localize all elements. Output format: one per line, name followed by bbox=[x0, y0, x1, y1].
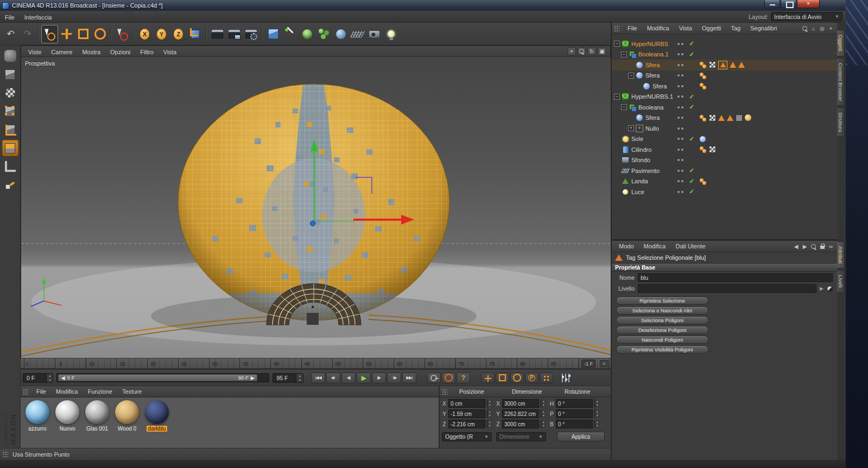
mat-orange-tag-icon[interactable] bbox=[700, 82, 707, 89]
section-header[interactable]: Proprietà Base bbox=[612, 263, 837, 272]
timeline-ruler[interactable]: -151015202530354045505560657075808590 -1… bbox=[21, 358, 611, 369]
viewport-menu-opzioni[interactable]: Opzioni bbox=[105, 49, 135, 55]
target-icon[interactable]: ◎ bbox=[818, 24, 826, 33]
visibility-dots-icon[interactable] bbox=[675, 149, 686, 151]
mat-orange-tag-icon[interactable] bbox=[700, 72, 707, 79]
preview-range-bar[interactable]: ◀ 0 F 90 F ▶ bbox=[58, 374, 257, 381]
material-wood-0[interactable]: Wood 0 bbox=[113, 400, 141, 445]
object-row-hypernurbs-1[interactable]: −HyperNURBS.1✓ bbox=[612, 92, 837, 102]
texture-mode-button[interactable] bbox=[2, 85, 18, 101]
layer-input[interactable] bbox=[638, 284, 816, 293]
expander-icon[interactable]: − bbox=[621, 104, 627, 110]
enabled-check-icon[interactable]: ✓ bbox=[686, 188, 698, 195]
enabled-check-icon[interactable]: ✓ bbox=[686, 93, 698, 100]
layout-select[interactable]: Interfaccia di Avvio ▼ bbox=[771, 12, 842, 21]
rotation-p-input[interactable] bbox=[556, 409, 593, 418]
add-environment-button[interactable] bbox=[349, 25, 366, 43]
autokey-help-button[interactable]: ? bbox=[457, 373, 470, 383]
om-menu-vista[interactable]: Vista bbox=[674, 25, 697, 31]
visibility-dots-icon[interactable] bbox=[675, 138, 686, 140]
nav-back-icon[interactable]: ◀ bbox=[792, 242, 800, 251]
coord-dim-select[interactable]: Dimensione ▼ bbox=[496, 432, 546, 441]
play-button[interactable]: ▶ bbox=[357, 373, 371, 383]
object-row-sfera[interactable]: Sfera bbox=[612, 60, 837, 70]
viewport-canvas[interactable] bbox=[21, 57, 611, 358]
enabled-check-icon[interactable]: ✓ bbox=[686, 40, 698, 47]
visibility-dots-icon[interactable] bbox=[675, 53, 686, 55]
value-spinner[interactable]: ▲▼ bbox=[594, 400, 600, 407]
record-parameter-toggle[interactable]: P bbox=[525, 373, 538, 383]
enabled-check-icon[interactable]: ✓ bbox=[686, 167, 698, 174]
dot-blue-tag-icon[interactable] bbox=[700, 136, 706, 142]
dimension-y-input[interactable] bbox=[502, 409, 539, 418]
value-spinner[interactable]: ▲▼ bbox=[541, 400, 546, 407]
mixer-icon[interactable] bbox=[562, 374, 572, 382]
enabled-check-icon[interactable]: ✓ bbox=[686, 178, 698, 185]
timeline-options-icon[interactable]: + bbox=[600, 360, 609, 367]
object-row-sfondo[interactable]: Sfondo bbox=[612, 155, 837, 166]
position-y-input[interactable] bbox=[448, 409, 485, 418]
drag-handle-icon[interactable] bbox=[23, 389, 28, 395]
visibility-dots-icon[interactable] bbox=[675, 191, 686, 193]
current-frame-field[interactable]: 0 F ▲▼ bbox=[23, 373, 53, 383]
deseleziona-poligoni-button[interactable]: Deseleziona Poligoni bbox=[616, 326, 708, 334]
lock-y-button[interactable]: Y bbox=[153, 25, 170, 43]
tab-struttura[interactable]: Struttura bbox=[837, 107, 845, 137]
am-menu-dati-utente[interactable]: Dati Utente bbox=[671, 243, 711, 249]
material-azzurro[interactable]: azzurro bbox=[24, 400, 51, 445]
axis-modification-button[interactable] bbox=[2, 177, 18, 193]
rotation-h-input[interactable] bbox=[556, 399, 593, 408]
seleziona-e-nascondi-altri-button[interactable]: Seleziona e Nascondi Altri bbox=[616, 306, 708, 315]
tri-tag-icon[interactable] bbox=[730, 62, 736, 68]
sphere-tex-tag-icon[interactable] bbox=[745, 114, 751, 121]
seleziona-poligoni-button[interactable]: Seleziona Poligoni bbox=[616, 316, 708, 324]
add-hypernurbs-button[interactable] bbox=[299, 25, 315, 43]
nascondi-poligoni-button[interactable]: Nascondi Poligoni bbox=[616, 336, 708, 344]
mat-orange-tag-icon[interactable] bbox=[700, 61, 707, 68]
object-row-sole[interactable]: Sole✓ bbox=[612, 134, 837, 145]
prev-key-button[interactable]: ◀○ bbox=[326, 373, 340, 383]
search-icon[interactable] bbox=[801, 24, 809, 33]
object-row-pavimento[interactable]: Pavimento✓ bbox=[612, 165, 837, 176]
material-darkblu[interactable]: darkblu bbox=[143, 400, 170, 445]
checker-tag-icon[interactable] bbox=[709, 114, 716, 121]
last-tool-button[interactable] bbox=[114, 25, 131, 43]
viewport-menu-filtro[interactable]: Filtro bbox=[135, 49, 158, 55]
viewport-menu-vista[interactable]: Vista bbox=[159, 49, 181, 55]
pointer-icon[interactable]: ▶ bbox=[801, 242, 809, 251]
material-menu-modifica[interactable]: Modifica bbox=[51, 388, 83, 395]
name-input[interactable] bbox=[638, 273, 833, 282]
add-light-button[interactable] bbox=[383, 25, 400, 43]
viewport-menu-viste[interactable]: Viste bbox=[23, 49, 46, 55]
value-spinner[interactable]: ▲▼ bbox=[594, 410, 600, 418]
object-row-nullo[interactable]: +Nullo bbox=[612, 123, 837, 134]
enabled-check-icon[interactable]: ✓ bbox=[686, 136, 698, 143]
mat-orange-tag-icon[interactable] bbox=[700, 146, 707, 153]
visibility-dots-icon[interactable] bbox=[675, 74, 686, 76]
object-row-sfera[interactable]: Sfera bbox=[612, 81, 837, 92]
object-row-sfera[interactable]: Sfera bbox=[612, 113, 837, 124]
om-menu-modifica[interactable]: Modifica bbox=[642, 25, 674, 31]
visibility-dots-icon[interactable] bbox=[675, 127, 686, 130]
ripristina-visibilit-poligoni-button[interactable]: Ripristina Visibilità Poligoni bbox=[616, 345, 708, 354]
object-row-sfera[interactable]: −Sfera bbox=[612, 70, 837, 81]
ripristina-selezione-button[interactable]: Ripristina Selezione bbox=[616, 297, 708, 305]
model-mode-button[interactable] bbox=[2, 66, 18, 82]
end-frame-field[interactable]: 95 F ▲▼ bbox=[273, 373, 303, 383]
visibility-dots-icon[interactable] bbox=[675, 170, 686, 172]
checker-tag-icon[interactable] bbox=[709, 146, 716, 153]
live-selection-tool[interactable] bbox=[41, 25, 58, 43]
goto-start-button[interactable]: |◀◀ bbox=[311, 373, 325, 383]
add-primitive-button[interactable] bbox=[265, 25, 282, 43]
record-pla-toggle[interactable] bbox=[540, 373, 553, 383]
link-icon[interactable]: ∞ bbox=[827, 242, 835, 251]
points-mode-button[interactable] bbox=[2, 103, 18, 119]
value-spinner[interactable]: ▲▼ bbox=[541, 410, 546, 418]
move-tool[interactable] bbox=[58, 25, 75, 43]
search-icon[interactable] bbox=[809, 242, 818, 251]
expander-icon[interactable]: − bbox=[614, 94, 620, 100]
zoom-icon[interactable] bbox=[578, 47, 586, 55]
keyframe-selection-button[interactable] bbox=[427, 373, 441, 383]
add-icon[interactable]: + bbox=[827, 24, 835, 33]
tab-oggetti[interactable]: Oggetti bbox=[837, 30, 845, 56]
